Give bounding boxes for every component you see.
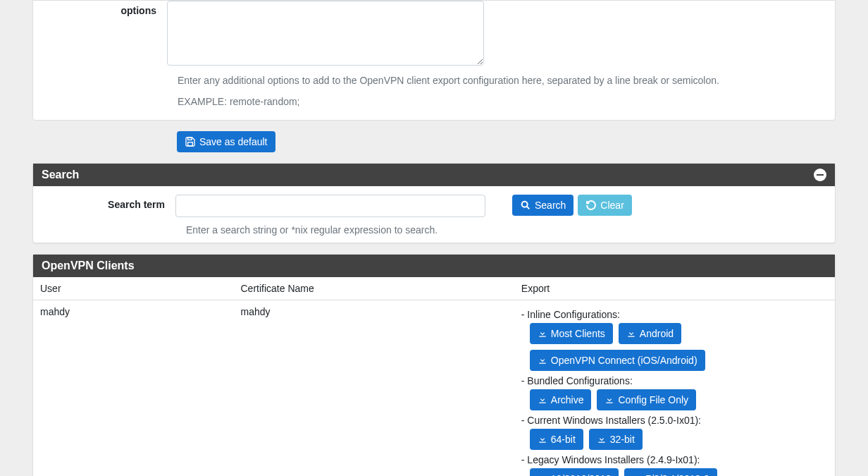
bundled-config-label: Bundled Configurations: [521, 375, 828, 386]
search-button[interactable]: Search [512, 195, 574, 216]
svg-rect-1 [188, 142, 193, 146]
download-icon [538, 434, 547, 444]
download-icon [538, 395, 547, 405]
options-label: options [33, 1, 167, 68]
clients-panel-title: OpenVPN Clients [42, 260, 135, 272]
download-icon [626, 329, 636, 338]
search-term-input[interactable] [175, 195, 485, 217]
clear-button[interactable]: Clear [578, 195, 631, 216]
table-header-row: User Certificate Name Export [33, 277, 835, 300]
save-as-default-button[interactable]: Save as default [177, 131, 275, 152]
download-win10-button[interactable]: 10/2016/2019 [530, 468, 619, 476]
options-help-1: Enter any additional options to add to t… [178, 75, 835, 86]
search-panel-title: Search [42, 169, 79, 181]
table-row: mahdy mahdy Inline Configurations: Most … [33, 300, 835, 477]
inline-config-label: Inline Configurations: [521, 309, 828, 320]
inline-config-buttons: Most Clients Android OpenVPN Connect (iO… [530, 323, 828, 371]
cell-user: mahdy [33, 300, 234, 477]
download-32bit-button[interactable]: 32-bit [589, 429, 643, 450]
svg-line-3 [527, 207, 530, 209]
download-config-file-only-button[interactable]: Config File Only [597, 389, 696, 410]
bundled-config-buttons: Archive Config File Only [530, 389, 828, 410]
current-win-buttons: 64-bit 32-bit [530, 429, 828, 450]
download-most-clients-button[interactable]: Most Clients [530, 323, 613, 344]
additional-options-textarea[interactable] [167, 1, 484, 66]
search-icon [520, 200, 531, 211]
download-icon [538, 329, 547, 338]
openvpn-clients-panel: OpenVPN Clients User Certificate Name Ex… [32, 254, 836, 476]
download-icon [538, 355, 547, 365]
cell-export: Inline Configurations: Most Clients Andr… [514, 300, 835, 477]
col-user: User [33, 277, 234, 300]
svg-point-2 [522, 202, 528, 207]
download-archive-button[interactable]: Archive [530, 389, 592, 410]
clients-table: User Certificate Name Export mahdy mahdy… [33, 277, 835, 476]
options-help-2: EXAMPLE: remote-random; [178, 96, 835, 107]
download-win7-button[interactable]: 7/8/8.1/2012r2 [624, 468, 717, 476]
download-icon [604, 395, 614, 405]
clients-panel-heading: OpenVPN Clients [33, 255, 835, 277]
search-button-label: Search [535, 200, 566, 211]
download-64bit-button[interactable]: 64-bit [530, 429, 583, 450]
undo-icon [585, 200, 597, 211]
col-cert: Certificate Name [234, 277, 514, 300]
current-win-label: Current Windows Installers (2.5.0-Ix01): [521, 415, 828, 426]
search-term-label: Search term [42, 195, 175, 217]
search-panel-heading: Search [33, 164, 835, 186]
save-icon [185, 136, 196, 147]
download-android-button[interactable]: Android [619, 323, 681, 344]
search-help: Enter a search string or *nix regular ex… [186, 224, 826, 236]
col-export: Export [514, 277, 835, 300]
download-icon [597, 434, 607, 444]
clear-button-label: Clear [600, 200, 624, 211]
advanced-options-panel: options Enter any additional options to … [32, 0, 836, 121]
save-as-default-label: Save as default [199, 136, 268, 147]
search-panel: Search Search term Search [32, 163, 836, 243]
download-openvpn-connect-button[interactable]: OpenVPN Connect (iOS/Android) [530, 350, 705, 371]
collapse-icon[interactable] [814, 169, 826, 181]
legacy-win-label: Legacy Windows Installers (2.4.9-Ix01): [521, 454, 828, 465]
legacy-win-buttons: 10/2016/2019 7/8/8.1/2012r2 [530, 468, 828, 476]
svg-rect-0 [188, 138, 192, 140]
cell-cert: mahdy [234, 300, 514, 477]
